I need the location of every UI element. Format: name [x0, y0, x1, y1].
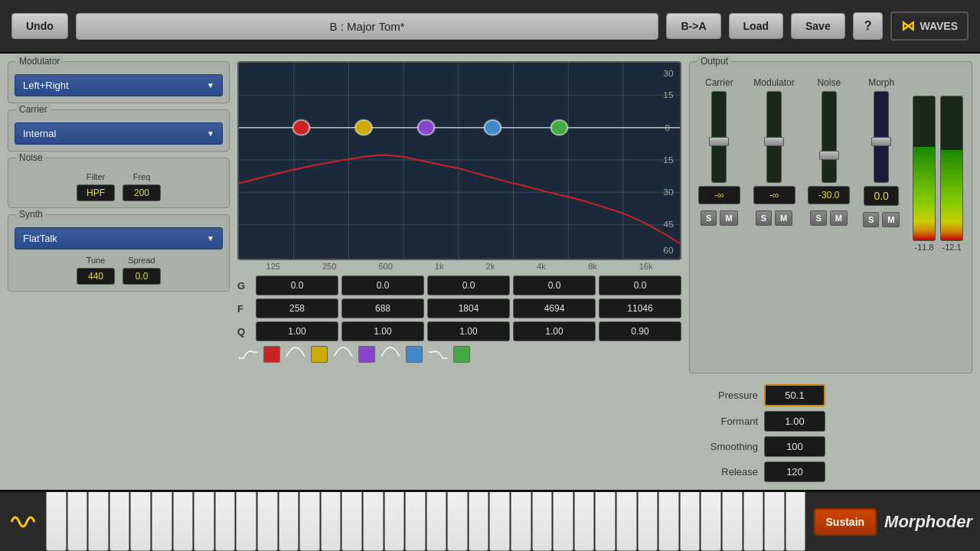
synth-dropdown[interactable]: FlatTalk ▼: [15, 227, 223, 249]
carrier-fader-thumb[interactable]: [709, 137, 729, 146]
filter-color-4[interactable]: [406, 346, 423, 363]
filter-shape-row: [237, 346, 681, 363]
filter-btn-3[interactable]: [332, 346, 354, 363]
freq-3[interactable]: 1804: [427, 298, 510, 318]
filter-value[interactable]: HPF: [77, 184, 115, 201]
black-key[interactable]: [377, 492, 390, 524]
filter-color-5[interactable]: [453, 346, 470, 363]
pressure-row: Pressure 50.1: [689, 384, 972, 406]
svg-text:60: 60: [663, 246, 673, 255]
gain-4[interactable]: 0.0: [513, 276, 596, 295]
freq-1[interactable]: 258: [256, 298, 338, 318]
black-key[interactable]: [82, 492, 95, 524]
freq-2[interactable]: 688: [341, 298, 424, 318]
q-3[interactable]: 1.00: [427, 321, 510, 341]
black-key[interactable]: [525, 492, 538, 524]
black-key[interactable]: [505, 492, 518, 524]
carrier-m-btn[interactable]: M: [720, 210, 737, 226]
filter-btn-5[interactable]: [427, 346, 449, 363]
black-key[interactable]: [441, 492, 454, 524]
carrier-s-btn[interactable]: S: [701, 210, 717, 226]
freq-value[interactable]: 200: [122, 184, 161, 201]
meter-left: -11.8: [913, 96, 936, 252]
q-1[interactable]: 1.00: [256, 321, 338, 341]
black-key[interactable]: [652, 492, 665, 524]
black-key[interactable]: [567, 492, 580, 524]
sustain-button[interactable]: Sustain: [814, 508, 877, 536]
carrier-value: Internal: [23, 128, 56, 139]
carrier-val[interactable]: -∞: [698, 186, 740, 204]
black-key[interactable]: [356, 492, 369, 524]
filter-btn-4[interactable]: [380, 346, 401, 363]
black-key[interactable]: [208, 492, 221, 524]
gain-5[interactable]: 0.0: [599, 276, 681, 295]
noise-m-btn[interactable]: M: [830, 210, 848, 226]
gain-3[interactable]: 0.0: [427, 276, 510, 295]
load-button[interactable]: Load: [729, 13, 783, 39]
noise-fader[interactable]: [822, 91, 837, 183]
black-key[interactable]: [314, 492, 327, 524]
noise-val[interactable]: -30.0: [808, 186, 850, 204]
modulator-m-btn[interactable]: M: [775, 210, 792, 226]
black-key[interactable]: [293, 492, 306, 524]
spread-value[interactable]: 0.0: [122, 268, 161, 285]
modulator-fader-thumb[interactable]: [764, 137, 784, 146]
modulator-val[interactable]: -∞: [753, 186, 795, 204]
white-key[interactable]: [786, 492, 806, 551]
freq-5[interactable]: 11046: [599, 298, 681, 318]
tune-value[interactable]: 440: [77, 268, 115, 285]
black-key[interactable]: [124, 492, 137, 524]
undo-button[interactable]: Undo: [11, 13, 68, 39]
q-2[interactable]: 1.00: [341, 321, 424, 341]
svg-text:30: 30: [663, 188, 673, 197]
formant-input[interactable]: 1.00: [764, 411, 825, 432]
bta-button[interactable]: B->A: [666, 13, 720, 39]
morph-fader-thumb[interactable]: [871, 137, 891, 146]
black-key[interactable]: [420, 492, 433, 524]
release-input[interactable]: 120: [764, 461, 825, 482]
save-button[interactable]: Save: [791, 13, 845, 39]
freq-4[interactable]: 4694: [513, 298, 596, 318]
modulator-s-btn[interactable]: S: [756, 210, 772, 226]
carrier-dropdown[interactable]: Internal ▼: [15, 122, 223, 145]
gain-1[interactable]: 0.0: [256, 276, 338, 295]
carrier-fader[interactable]: [711, 91, 727, 183]
param-grid: Pressure 50.1 Formant 1.00 Smoothing 100…: [689, 384, 972, 482]
black-key[interactable]: [589, 492, 602, 524]
smoothing-input[interactable]: 100: [764, 436, 825, 457]
black-key[interactable]: [737, 492, 750, 524]
gain-row: G 0.0 0.0 0.0 0.0 0.0: [237, 276, 681, 295]
black-key[interactable]: [758, 492, 771, 524]
gain-2[interactable]: 0.0: [341, 276, 424, 295]
filter-color-2[interactable]: [311, 346, 328, 363]
black-key[interactable]: [60, 492, 74, 524]
morph-s-btn[interactable]: S: [863, 212, 879, 227]
q-4[interactable]: 1.00: [513, 321, 596, 341]
help-button[interactable]: ?: [853, 12, 884, 40]
black-key[interactable]: [272, 492, 285, 524]
filter-btn-1[interactable]: [237, 346, 259, 363]
morph-fader[interactable]: [874, 91, 889, 183]
eq-canvas[interactable]: 30 15 0 15 30 45 60: [237, 61, 681, 260]
modulator-fader[interactable]: [766, 91, 782, 183]
black-key[interactable]: [145, 492, 158, 524]
black-key[interactable]: [609, 492, 622, 524]
noise-s-btn[interactable]: S: [810, 210, 826, 226]
modulator-dropdown[interactable]: Left+Right ▼: [15, 74, 223, 96]
filter-color-3[interactable]: [358, 346, 375, 363]
noise-fader-thumb[interactable]: [819, 151, 839, 160]
modulator-section: Modulator Left+Right ▼: [8, 61, 230, 103]
q-5[interactable]: 0.90: [599, 321, 681, 341]
meter-right-track: [940, 96, 963, 241]
morph-m-btn[interactable]: M: [882, 212, 900, 227]
pressure-input[interactable]: 50.1: [764, 384, 825, 406]
filter-color-1[interactable]: [263, 346, 280, 363]
black-key[interactable]: [230, 492, 243, 524]
q-row-label: Q: [237, 326, 253, 337]
morph-val[interactable]: 0.0: [864, 186, 898, 206]
black-key[interactable]: [673, 492, 686, 524]
filter-btn-2[interactable]: [285, 346, 306, 363]
black-key[interactable]: [462, 492, 475, 524]
black-key[interactable]: [715, 492, 728, 524]
black-key[interactable]: [166, 492, 179, 524]
